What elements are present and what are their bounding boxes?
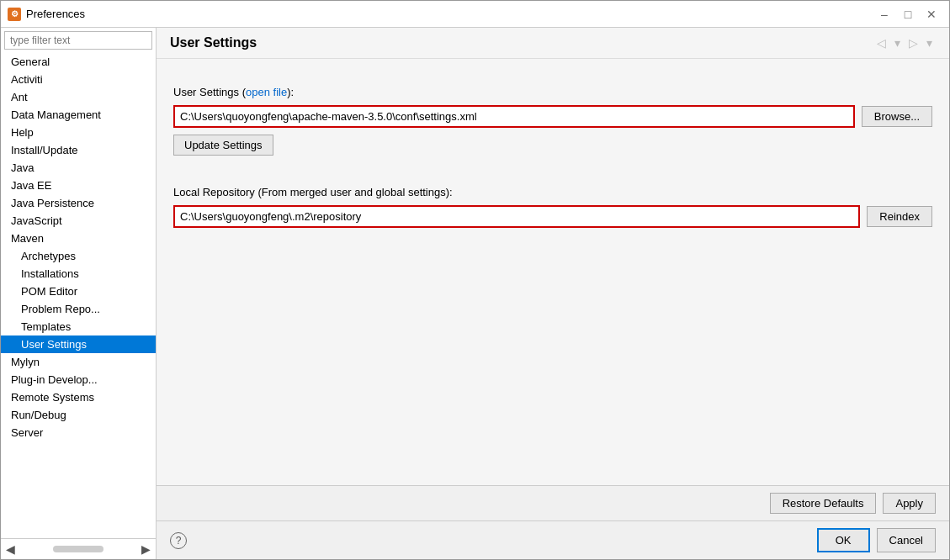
local-repo-input[interactable]: [173, 205, 860, 228]
forward-dropdown-icon: ▾: [926, 36, 932, 50]
back-dropdown-icon: ▾: [894, 36, 900, 50]
main-panel: User Settings ◁ ▾ ▷ ▾: [157, 28, 949, 559]
filter-input[interactable]: [4, 31, 152, 50]
sidebar-item-installations[interactable]: Installations: [1, 265, 156, 283]
help-icon[interactable]: ?: [170, 532, 187, 549]
sidebar-item-remote-systems[interactable]: Remote Systems: [1, 388, 156, 406]
cancel-button[interactable]: Cancel: [877, 528, 936, 552]
back-button[interactable]: ◁: [873, 34, 889, 51]
bottom-bar: Restore Defaults Apply: [157, 485, 949, 520]
header-nav-buttons: ◁ ▾ ▷ ▾: [873, 34, 936, 51]
browse-button[interactable]: Browse...: [862, 106, 932, 127]
back-icon: ◁: [877, 36, 886, 50]
open-file-link[interactable]: open file: [246, 86, 287, 98]
sidebar-next-button[interactable]: ▶: [138, 541, 154, 557]
sidebar-item-java-ee[interactable]: Java EE: [1, 177, 156, 194]
sidebar-item-templates[interactable]: Templates: [1, 318, 156, 335]
main-content: User Settings (open file): Browse... Upd…: [157, 59, 949, 485]
panel-title: User Settings: [170, 35, 257, 50]
sidebar-item-plug-in-develop---[interactable]: Plug-in Develop...: [1, 371, 156, 388]
sidebar-item-data-management[interactable]: Data Management: [1, 106, 156, 124]
sidebar-item-java-persistence[interactable]: Java Persistence: [1, 194, 156, 212]
reindex-button[interactable]: Reindex: [867, 206, 932, 227]
sidebar: GeneralActivitiAntData ManagementHelpIns…: [1, 28, 157, 559]
sidebar-item-run-debug[interactable]: Run/Debug: [1, 406, 156, 424]
tree-area: GeneralActivitiAntData ManagementHelpIns…: [1, 53, 156, 538]
sidebar-item-activiti[interactable]: Activiti: [1, 71, 156, 88]
window-title: Preferences: [26, 8, 85, 20]
sidebar-item-javascript[interactable]: JavaScript: [1, 212, 156, 230]
local-repo-label: Local Repository (From merged user and g…: [173, 186, 932, 198]
dialog-buttons: OK Cancel: [817, 528, 936, 552]
sidebar-item-general[interactable]: General: [1, 53, 156, 71]
content-area: GeneralActivitiAntData ManagementHelpIns…: [1, 28, 949, 559]
main-header: User Settings ◁ ▾ ▷ ▾: [157, 28, 949, 59]
sidebar-item-user-settings[interactable]: User Settings: [1, 335, 156, 353]
sidebar-item-archetypes[interactable]: Archetypes: [1, 247, 156, 265]
sidebar-bottom: ◀ ▶: [1, 538, 156, 559]
title-bar-left: ⚙ Preferences: [8, 8, 85, 21]
back-dropdown-button[interactable]: ▾: [891, 34, 904, 51]
update-settings-button[interactable]: Update Settings: [173, 135, 273, 156]
user-settings-label: User Settings (open file):: [173, 86, 932, 98]
forward-button[interactable]: ▷: [905, 34, 921, 51]
title-bar-controls: – □ ✕: [873, 5, 942, 24]
sidebar-item-pom-editor[interactable]: POM Editor: [1, 283, 156, 300]
user-settings-input-row: Browse...: [173, 105, 932, 128]
local-repo-section: Local Repository (From merged user and g…: [173, 186, 932, 228]
sidebar-item-mylyn[interactable]: Mylyn: [1, 353, 156, 371]
dialog-bottom: ? OK Cancel: [157, 520, 949, 559]
sidebar-item-server[interactable]: Server: [1, 424, 156, 441]
apply-button[interactable]: Apply: [883, 493, 936, 514]
close-button[interactable]: ✕: [921, 5, 942, 24]
sidebar-item-maven[interactable]: Maven: [1, 230, 156, 247]
restore-defaults-button[interactable]: Restore Defaults: [770, 493, 877, 514]
app-icon: ⚙: [8, 8, 21, 21]
local-repo-input-row: Reindex: [173, 205, 932, 228]
sidebar-prev-button[interactable]: ◀: [3, 541, 19, 557]
ok-button[interactable]: OK: [817, 528, 870, 552]
sidebar-item-help[interactable]: Help: [1, 124, 156, 141]
sidebar-item-java[interactable]: Java: [1, 159, 156, 177]
sidebar-item-problem-repo---[interactable]: Problem Repo...: [1, 300, 156, 318]
maximize-button[interactable]: □: [897, 5, 919, 24]
sidebar-item-ant[interactable]: Ant: [1, 88, 156, 106]
preferences-window: ⚙ Preferences – □ ✕ GeneralActivitiAntDa…: [0, 0, 950, 560]
user-settings-input[interactable]: [173, 105, 855, 128]
sidebar-item-install-update[interactable]: Install/Update: [1, 141, 156, 159]
minimize-button[interactable]: –: [873, 5, 895, 24]
title-bar: ⚙ Preferences – □ ✕: [1, 1, 949, 28]
user-settings-section: User Settings (open file): Browse... Upd…: [173, 86, 932, 172]
forward-dropdown-button[interactable]: ▾: [923, 34, 936, 51]
forward-icon: ▷: [909, 36, 918, 50]
horizontal-scrollbar[interactable]: [53, 546, 103, 552]
